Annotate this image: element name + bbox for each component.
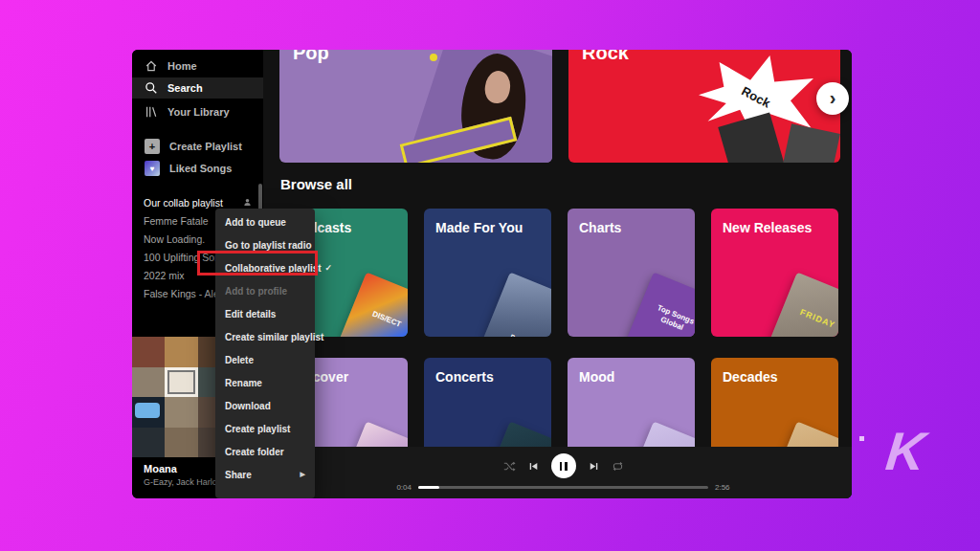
main-content: Pop Rock Rock › Browse all Podcasts DIS/… xyxy=(263,50,852,498)
browse-card-new-releases[interactable]: New Releases FRIDAY xyxy=(711,209,838,337)
collage-tile xyxy=(132,367,165,398)
sidebar-item-your-library[interactable]: Your Library xyxy=(132,101,263,122)
search-icon xyxy=(145,81,158,95)
menu-item-create-folder[interactable]: Create folder xyxy=(215,440,315,463)
liked-songs-label: Liked Songs xyxy=(169,163,232,174)
genre-title: Rock xyxy=(568,50,840,64)
submenu-arrow-icon: ▶ xyxy=(301,471,305,478)
menu-item-add-to-queue[interactable]: Add to queue xyxy=(215,210,315,233)
menu-item-share[interactable]: Share▶ xyxy=(215,463,315,486)
collage-tile xyxy=(132,428,165,458)
menu-item-delete[interactable]: Delete xyxy=(215,348,315,371)
now-playing-artists[interactable]: G-Eazy, Jack Harlow xyxy=(144,477,223,487)
duration-time: 2:56 xyxy=(715,483,734,492)
sidebar-item-label: Your Library xyxy=(167,106,230,118)
genre-card-rock[interactable]: Rock Rock xyxy=(568,50,840,163)
brand-letter: K xyxy=(883,425,927,478)
playlist-name: Femme Fatale xyxy=(144,215,209,227)
annotation-highlight-box xyxy=(197,251,318,276)
menu-item-edit-details[interactable]: Edit details xyxy=(215,302,315,325)
menu-item-download[interactable]: Download xyxy=(215,394,315,417)
collage-tile xyxy=(165,397,197,428)
pause-icon xyxy=(565,462,568,471)
collage-tile xyxy=(165,337,197,367)
player-bar: 0:04 2:56 xyxy=(263,447,852,498)
menu-item-label: Create folder xyxy=(225,447,284,457)
heart-icon: ♥ xyxy=(145,161,160,176)
menu-item-create-similar-playlist[interactable]: Create similar playlist xyxy=(215,325,315,348)
menu-item-label: Create playlist xyxy=(225,424,290,434)
carousel-next-button[interactable]: › xyxy=(816,82,849,115)
menu-item-label: Download xyxy=(225,401,271,411)
menu-item-create-playlist[interactable]: Create playlist xyxy=(215,417,315,440)
sparkle-icon xyxy=(859,436,864,441)
create-playlist-label: Create Playlist xyxy=(169,141,242,152)
menu-item-label: Delete xyxy=(225,355,254,365)
playlist-name: 2022 mix xyxy=(144,270,185,281)
menu-item-label: Edit details xyxy=(225,309,276,320)
genre-artwork-label: Rock xyxy=(739,83,772,110)
genre-title: Pop xyxy=(279,50,552,64)
spotify-window: Home Search Your Library + Create Playli… xyxy=(132,50,852,498)
collage-tile xyxy=(132,337,165,367)
sidebar-item-label: Home xyxy=(167,60,197,72)
card-artwork: Top Songs Global xyxy=(627,273,695,337)
menu-item-label: Add to queue xyxy=(225,217,286,228)
pause-button[interactable] xyxy=(551,453,576,478)
library-icon xyxy=(145,105,158,119)
genre-card-pop[interactable]: Pop xyxy=(279,50,552,163)
card-title: Concerts xyxy=(424,358,551,385)
menu-item-rename[interactable]: Rename xyxy=(215,371,315,394)
elapsed-time: 0:04 xyxy=(392,483,412,492)
sidebar-item-label: Search xyxy=(167,82,203,94)
menu-item-label: Add to profile xyxy=(225,286,287,297)
menu-item-label: Share xyxy=(225,470,252,480)
genre-artwork xyxy=(779,123,840,163)
card-title: New Releases xyxy=(711,209,838,235)
card-artwork-label: Pop Mix xyxy=(500,329,544,337)
progress-fill xyxy=(418,486,439,489)
card-artwork-label: DIS/ECT xyxy=(365,307,408,333)
repeat-icon[interactable] xyxy=(612,460,624,473)
liked-songs-button[interactable]: ♥ Liked Songs xyxy=(132,158,263,179)
playlist-name: Our collab playlist xyxy=(144,197,223,209)
card-title: Made For You xyxy=(424,209,551,235)
menu-item-label: Rename xyxy=(225,378,262,388)
playlist-name: Now Loading. xyxy=(144,233,205,245)
collage-tile xyxy=(165,367,197,398)
home-icon xyxy=(145,59,158,73)
progress-bar[interactable] xyxy=(418,486,708,489)
browse-card-charts[interactable]: Charts Top Songs Global xyxy=(568,209,695,337)
now-playing-track[interactable]: Moana xyxy=(144,463,177,474)
browse-card-made-for-you[interactable]: Made For You Pop Mix xyxy=(424,209,551,337)
collage-tile xyxy=(132,397,165,428)
browse-all-heading: Browse all xyxy=(280,176,352,192)
card-title: Mood xyxy=(568,358,695,385)
plus-icon: + xyxy=(145,139,160,154)
shuffle-icon[interactable] xyxy=(503,460,516,473)
menu-item-add-to-profile: Add to profile xyxy=(215,279,315,302)
genre-artwork xyxy=(718,113,786,163)
card-artwork: FRIDAY xyxy=(770,273,838,337)
browse-grid: Podcasts DIS/ECT Made For You Pop Mix Ch… xyxy=(280,209,838,486)
menu-item-label: Create similar playlist xyxy=(225,332,323,342)
card-artwork-label: FRIDAY xyxy=(794,306,838,333)
player-controls xyxy=(275,453,852,478)
next-track-icon[interactable] xyxy=(589,461,599,472)
menu-item-label: Go to playlist radio xyxy=(225,240,312,251)
collaborative-icon xyxy=(243,198,252,207)
card-artwork: Pop Mix xyxy=(483,273,551,337)
create-playlist-button[interactable]: + Create Playlist xyxy=(132,136,263,157)
check-icon: ✓ xyxy=(325,263,333,273)
card-title: Decades xyxy=(711,358,838,385)
pause-icon xyxy=(560,462,563,471)
playback-progress: 0:04 2:56 xyxy=(275,483,852,492)
sidebar-item-search[interactable]: Search xyxy=(132,77,263,99)
card-title: Charts xyxy=(568,209,695,235)
collage-tile xyxy=(165,428,197,458)
sidebar-item-home[interactable]: Home xyxy=(132,55,263,77)
chevron-right-icon: › xyxy=(830,88,836,107)
card-artwork: DIS/ECT xyxy=(340,273,408,337)
previous-track-icon[interactable] xyxy=(528,461,539,472)
card-artwork-label: Top Songs Global xyxy=(650,302,695,337)
